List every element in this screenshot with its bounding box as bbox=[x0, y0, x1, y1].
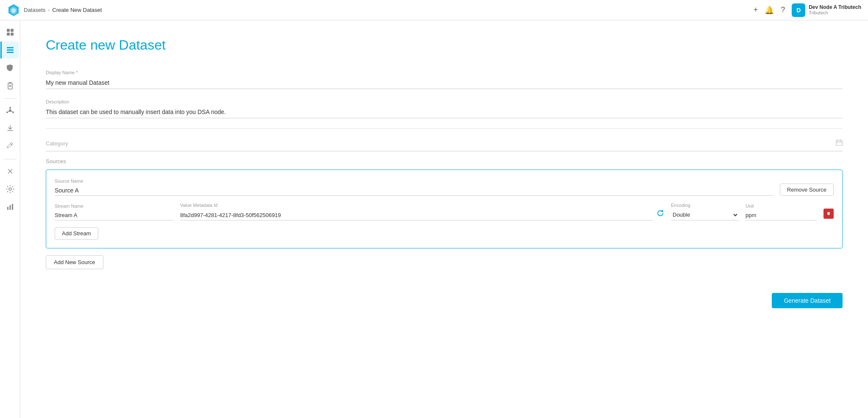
sidebar-divider-1 bbox=[4, 98, 17, 99]
sidebar bbox=[0, 20, 20, 418]
source-name-section: Source Name bbox=[55, 178, 773, 196]
stream-encoding-field: Encoding Double Float Integer String Boo… bbox=[671, 203, 739, 220]
display-name-section: Display Name * bbox=[46, 70, 843, 89]
metadata-value-input[interactable] bbox=[180, 210, 653, 220]
svg-rect-7 bbox=[7, 47, 14, 48]
bottom-actions: Generate Dataset bbox=[46, 293, 843, 308]
sidebar-item-dashboard[interactable] bbox=[2, 24, 19, 41]
sidebar-item-close[interactable] bbox=[2, 163, 19, 180]
svg-rect-11 bbox=[9, 82, 11, 84]
svg-point-24 bbox=[9, 188, 11, 190]
calendar-icon[interactable] bbox=[836, 139, 843, 148]
top-navigation: Datasets › Create New Dataset + 🔔 ? D De… bbox=[0, 0, 868, 20]
help-button[interactable]: ? bbox=[781, 6, 785, 14]
stream-metadata-field: Value Metadata Id bbox=[180, 203, 664, 220]
description-section: Description bbox=[46, 99, 843, 118]
notifications-button[interactable]: 🔔 bbox=[765, 6, 774, 15]
svg-rect-4 bbox=[11, 29, 14, 32]
breadcrumb-datasets[interactable]: Datasets bbox=[24, 7, 45, 13]
stream-name-input[interactable] bbox=[55, 210, 173, 220]
nav-left: Datasets › Create New Dataset bbox=[7, 3, 102, 17]
svg-rect-27 bbox=[12, 204, 13, 210]
svg-rect-9 bbox=[7, 52, 14, 53]
sidebar-item-nodes[interactable] bbox=[2, 102, 19, 119]
stream-unit-label: Unit bbox=[746, 203, 817, 209]
content-area: Create new Dataset Display Name * Descri… bbox=[20, 20, 868, 418]
display-name-input[interactable] bbox=[46, 77, 843, 89]
sidebar-item-datasets[interactable] bbox=[0, 42, 19, 59]
sidebar-item-downloads[interactable] bbox=[2, 120, 19, 137]
svg-line-20 bbox=[8, 111, 9, 112]
encoding-select[interactable]: Double Float Integer String Boolean bbox=[671, 209, 739, 220]
refresh-icon[interactable] bbox=[657, 209, 664, 219]
user-info: Dev Node A Tributech Tributech bbox=[809, 4, 861, 16]
svg-rect-5 bbox=[7, 33, 10, 36]
stream-name-field: Stream Name bbox=[55, 203, 173, 220]
stream-row: Stream Name Value Metadata Id Encodin bbox=[55, 203, 834, 220]
svg-point-17 bbox=[6, 111, 8, 113]
svg-rect-8 bbox=[7, 50, 14, 51]
svg-rect-10 bbox=[8, 83, 12, 89]
nav-right: + 🔔 ? D Dev Node A Tributech Tributech bbox=[754, 3, 861, 17]
app-logo[interactable] bbox=[7, 3, 20, 17]
sidebar-item-chart[interactable] bbox=[2, 198, 19, 215]
svg-point-16 bbox=[12, 111, 14, 113]
user-avatar: D bbox=[792, 3, 805, 17]
svg-point-15 bbox=[9, 107, 11, 109]
unit-input[interactable] bbox=[746, 210, 817, 220]
svg-rect-28 bbox=[836, 140, 842, 145]
source-card: Source Name Remove Source Stream Name Va… bbox=[46, 170, 843, 248]
stream-encoding-label: Encoding bbox=[671, 203, 739, 208]
breadcrumb: Datasets › Create New Dataset bbox=[24, 7, 102, 13]
remove-source-button[interactable]: Remove Source bbox=[780, 184, 834, 196]
user-org: Tributech bbox=[809, 10, 861, 16]
display-name-label: Display Name * bbox=[46, 70, 843, 75]
svg-line-19 bbox=[11, 111, 12, 112]
svg-rect-25 bbox=[7, 207, 8, 210]
page-title: Create new Dataset bbox=[46, 37, 843, 53]
sidebar-item-settings[interactable] bbox=[2, 181, 19, 198]
description-input[interactable] bbox=[46, 106, 843, 118]
breadcrumb-separator: › bbox=[48, 7, 50, 13]
svg-rect-26 bbox=[9, 205, 11, 210]
category-label: Category bbox=[46, 140, 68, 147]
source-header: Source Name Remove Source bbox=[55, 178, 834, 196]
sidebar-item-clipboard[interactable] bbox=[2, 77, 19, 94]
stream-metadata-label: Value Metadata Id bbox=[180, 203, 664, 208]
generate-dataset-button[interactable]: Generate Dataset bbox=[772, 293, 843, 308]
sidebar-item-security[interactable] bbox=[2, 59, 19, 76]
svg-point-14 bbox=[9, 109, 11, 112]
user-profile[interactable]: D Dev Node A Tributech Tributech bbox=[792, 3, 861, 17]
breadcrumb-current: Create New Dataset bbox=[52, 7, 102, 13]
sidebar-divider-2 bbox=[4, 159, 17, 159]
stream-name-label: Stream Name bbox=[55, 203, 173, 209]
stream-unit-field: Unit bbox=[746, 203, 817, 220]
user-name: Dev Node A Tributech bbox=[809, 4, 861, 10]
main-layout: Create new Dataset Display Name * Descri… bbox=[0, 20, 868, 418]
category-row: Category bbox=[46, 139, 843, 151]
description-label: Description bbox=[46, 99, 843, 104]
add-stream-button[interactable]: Add Stream bbox=[55, 227, 98, 240]
source-name-label: Source Name bbox=[55, 178, 773, 184]
svg-rect-3 bbox=[7, 29, 10, 32]
add-button[interactable]: + bbox=[754, 6, 758, 14]
section-divider bbox=[46, 128, 843, 129]
sources-label: Sources bbox=[46, 158, 843, 164]
svg-rect-6 bbox=[11, 33, 14, 36]
delete-stream-button[interactable] bbox=[823, 209, 834, 219]
add-new-source-button[interactable]: Add New Source bbox=[46, 255, 103, 269]
metadata-row bbox=[180, 209, 664, 220]
source-name-input[interactable] bbox=[55, 185, 773, 196]
sidebar-item-edit[interactable] bbox=[2, 138, 19, 155]
